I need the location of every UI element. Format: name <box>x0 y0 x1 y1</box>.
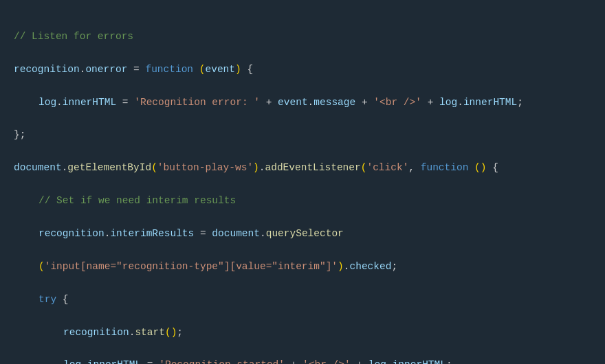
code-line-9: try { <box>14 292 591 308</box>
code-line-11: log.innerHTML = 'Recognition started' + … <box>14 357 591 364</box>
code-line-5: document.getElementById('button-play-ws'… <box>14 160 591 177</box>
code-line-3: log.innerHTML = 'Recognition error: ' + … <box>14 95 591 111</box>
code-line-8: ('input[name="recognition-type"][value="… <box>14 259 591 275</box>
code-line-6: // Set if we need interim results <box>14 193 591 209</box>
code-line-4: }; <box>14 127 591 144</box>
code-line-10: recognition.start(); <box>14 325 591 341</box>
code-line-1: // Listen for errors <box>14 29 591 45</box>
code-editor: // Listen for errors recognition.onerror… <box>0 0 605 364</box>
code-line-7: recognition.interimResults = document.qu… <box>14 226 591 242</box>
code-line-2: recognition.onerror = function (event) { <box>14 62 591 78</box>
